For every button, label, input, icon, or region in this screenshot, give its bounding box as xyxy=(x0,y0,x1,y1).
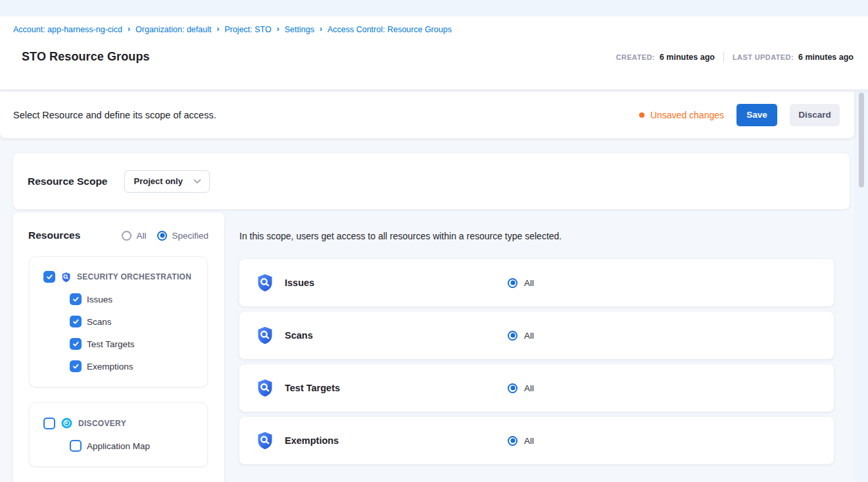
child-label[interactable]: Test Targets xyxy=(87,339,135,349)
checkbox-unchecked-icon[interactable] xyxy=(70,440,82,452)
checkbox-checked-icon[interactable] xyxy=(70,293,82,305)
radio-specified[interactable]: Specified xyxy=(157,231,208,241)
resource-card-test-targets: Test Targets All xyxy=(239,364,834,412)
unsaved-dot-icon xyxy=(639,112,644,118)
resource-card-title: Exemptions xyxy=(285,435,339,446)
access-radio-all[interactable]: All xyxy=(508,331,534,341)
action-toolbar: Select Resource and define its scope of … xyxy=(0,91,854,138)
radio-circle-icon xyxy=(122,231,132,241)
resource-scope-value: Project only xyxy=(133,176,182,186)
tree-row-child[interactable]: Exemptions xyxy=(43,360,201,372)
radio-circle-icon xyxy=(508,436,518,446)
breadcrumb-link-project[interactable]: Project: STO xyxy=(224,25,271,34)
child-label[interactable]: Exemptions xyxy=(87,362,133,372)
chevron-right-icon: › xyxy=(128,24,130,34)
checkbox-checked-icon[interactable] xyxy=(70,316,82,327)
timestamps: CREATED: 6 minutes ago LAST UPDATED: 6 m… xyxy=(616,52,854,64)
created-value: 6 minutes ago xyxy=(660,53,715,62)
breadcrumb-link-account[interactable]: Account: app-harness-ng-cicd xyxy=(13,25,122,34)
resources-mode-radio-group: All Specified xyxy=(122,231,208,241)
resources-title: Resources xyxy=(28,229,80,241)
sto-shield-icon xyxy=(60,272,72,283)
child-label[interactable]: Application Map xyxy=(87,441,150,451)
sto-shield-icon xyxy=(255,430,275,451)
save-button[interactable]: Save xyxy=(736,104,777,126)
last-updated-label: LAST UPDATED: xyxy=(733,53,794,61)
radio-circle-icon xyxy=(508,331,518,341)
access-radio-all[interactable]: All xyxy=(508,383,534,393)
chevron-right-icon: › xyxy=(320,24,322,34)
content-region: Select Resource and define its scope of … xyxy=(0,90,854,482)
resource-scope-card: Resource Scope Project only xyxy=(13,153,850,209)
page-title: STO Resource Groups xyxy=(13,50,150,64)
access-radio-label: All xyxy=(524,383,534,393)
resource-group-security-orchestration: SECURITY ORCHESTRATION Issues Scans Test… xyxy=(29,256,208,387)
access-radio-label: All xyxy=(524,436,534,446)
unsaved-changes-label: Unsaved changes xyxy=(650,110,724,120)
toolbar-description: Select Resource and define its scope of … xyxy=(13,110,216,120)
resources-panel: Resources All Specified SECURITY ORCHES xyxy=(13,212,224,482)
resource-card-issues: Issues All xyxy=(239,259,834,306)
resource-card-title: Scans xyxy=(285,330,313,341)
breadcrumb-link-settings[interactable]: Settings xyxy=(285,25,314,34)
radio-circle-icon xyxy=(508,278,518,288)
access-radio-label: All xyxy=(524,278,534,288)
resource-scope-dropdown[interactable]: Project only xyxy=(124,170,210,193)
created-label: CREATED: xyxy=(616,53,655,61)
chevron-down-icon xyxy=(193,179,201,184)
resource-scope-label: Resource Scope xyxy=(28,176,107,187)
tree-row-child[interactable]: Issues xyxy=(43,293,201,305)
access-radio-all[interactable]: All xyxy=(508,436,534,446)
unsaved-changes-badge: Unsaved changes xyxy=(639,110,724,120)
resource-card-exemptions: Exemptions All xyxy=(239,417,834,464)
access-radio-all[interactable]: All xyxy=(508,278,534,288)
sto-shield-icon xyxy=(255,325,275,346)
resource-card-scans: Scans All xyxy=(239,312,834,359)
radio-circle-icon xyxy=(508,383,518,393)
sto-shield-icon xyxy=(255,377,275,398)
group-label[interactable]: SECURITY ORCHESTRATION xyxy=(77,272,191,281)
divider xyxy=(723,52,724,62)
page-header: Account: app-harness-ng-cicd › Organizat… xyxy=(0,16,868,90)
discovery-icon xyxy=(60,417,73,429)
breadcrumb-link-access-control[interactable]: Access Control: Resource Groups xyxy=(327,25,452,34)
resource-group-discovery: DISCOVERY Application Map xyxy=(29,402,208,467)
tree-row-child[interactable]: Test Targets xyxy=(43,338,201,350)
discard-button[interactable]: Discard xyxy=(790,104,840,126)
radio-all-label: All xyxy=(136,231,146,241)
checkbox-checked-icon[interactable] xyxy=(43,271,55,283)
tree-row-group[interactable]: DISCOVERY xyxy=(43,417,201,429)
group-label[interactable]: DISCOVERY xyxy=(78,419,126,428)
checkbox-checked-icon[interactable] xyxy=(70,360,82,372)
scope-helper-text: In this scope, users get access to all r… xyxy=(239,231,834,241)
resource-card-title: Issues xyxy=(285,277,314,288)
checkbox-checked-icon[interactable] xyxy=(70,338,82,350)
tree-row-child[interactable]: Scans xyxy=(43,316,201,327)
chevron-right-icon: › xyxy=(216,24,219,34)
chevron-right-icon: › xyxy=(277,24,279,34)
sto-shield-icon xyxy=(255,272,275,293)
checkbox-unchecked-icon[interactable] xyxy=(43,418,55,429)
last-updated-value: 6 minutes ago xyxy=(798,53,854,62)
radio-all[interactable]: All xyxy=(122,231,146,241)
radio-circle-icon xyxy=(157,231,167,241)
access-radio-label: All xyxy=(524,331,534,341)
resource-card-title: Test Targets xyxy=(285,383,340,393)
tree-row-child[interactable]: Application Map xyxy=(43,440,201,452)
child-label[interactable]: Scans xyxy=(87,317,112,327)
child-label[interactable]: Issues xyxy=(87,295,112,304)
breadcrumb-link-organization[interactable]: Organization: default xyxy=(135,25,211,34)
radio-specified-label: Specified xyxy=(172,231,208,241)
resource-access-column: In this scope, users get access to all r… xyxy=(239,212,834,464)
breadcrumb: Account: app-harness-ng-cicd › Organizat… xyxy=(13,25,854,34)
tree-row-group[interactable]: SECURITY ORCHESTRATION xyxy=(43,271,201,283)
vertical-scrollbar[interactable] xyxy=(859,93,864,187)
